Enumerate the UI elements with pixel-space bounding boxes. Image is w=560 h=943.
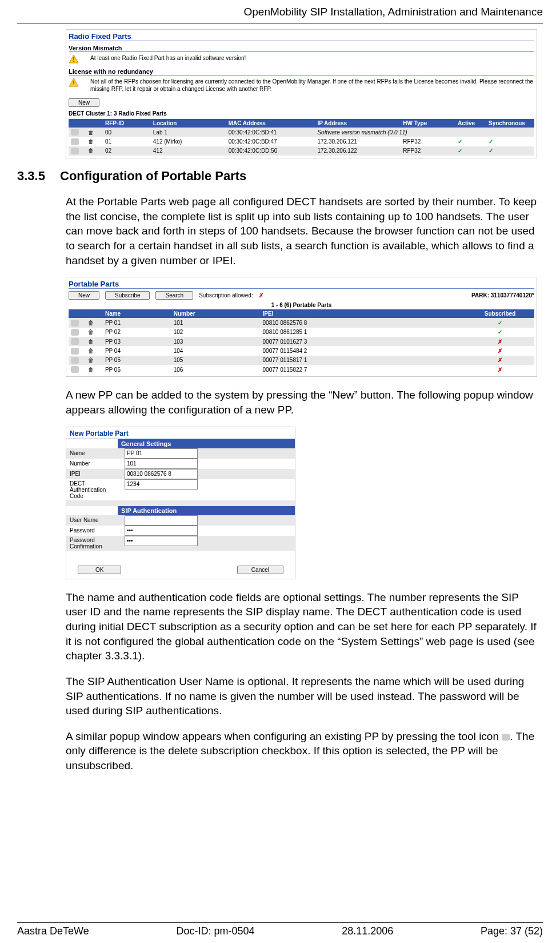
new-button[interactable]: New: [69, 291, 99, 300]
table-row: 🗑PP 0610600077 0115822 7✗: [69, 365, 534, 374]
ipei-field[interactable]: [125, 469, 198, 479]
delete-icon[interactable]: 🗑: [88, 329, 94, 335]
park-value: PARK: 3110377740120*: [471, 292, 534, 299]
svg-text:!: !: [73, 56, 75, 63]
subscription-allowed-icon: ✗: [259, 292, 263, 299]
new-button[interactable]: New: [69, 98, 99, 107]
col-ipei: IPEI: [261, 309, 466, 318]
footer-page: Page: 37 (52): [481, 925, 543, 937]
ipei-label: IPEI: [66, 469, 125, 478]
col-name: Name: [103, 309, 171, 318]
paragraph-5: A similar popup window appears when conf…: [66, 729, 537, 773]
table-row: 🗑 02 412 00:30:42:0C:DD:50 172.30.206.12…: [69, 146, 534, 156]
table-row: 🗑PP 0410400077 0115484 2✗: [69, 346, 534, 355]
subscribed-icon: ✓: [466, 318, 534, 327]
number-label: Number: [66, 459, 125, 468]
rfp-table: RFP-ID Location MAC Address IP Address H…: [69, 119, 534, 156]
table-row: 🗑PP 0310300077 0101627 3✗: [69, 337, 534, 346]
col-location: Location: [151, 119, 226, 128]
version-mismatch-heading: Version Mismatch: [69, 45, 534, 52]
table-row: 🗑 00 Lab 1 00:30:42:0C:BD:41 Software ve…: [69, 128, 534, 137]
table-row: 🗑PP 0510500077 0115817 1✗: [69, 356, 534, 365]
license-heading: License with no redundancy: [69, 68, 534, 75]
edit-icon[interactable]: [71, 338, 79, 345]
delete-icon[interactable]: 🗑: [88, 367, 94, 373]
sip-auth-head: SIP Authentication: [118, 506, 295, 515]
header-rule: [17, 23, 543, 23]
subscribed-icon: ✓: [466, 328, 534, 337]
edit-icon[interactable]: [71, 357, 79, 364]
rfp-screenshot: Radio Fixed Parts Version Mismatch ! At …: [66, 29, 537, 158]
delete-icon[interactable]: 🗑: [88, 348, 94, 354]
password-field[interactable]: [125, 526, 198, 536]
edit-icon[interactable]: [71, 138, 79, 145]
subscribe-button[interactable]: Subscribe: [105, 291, 150, 300]
subscribed-icon: ✗: [466, 365, 534, 374]
pp-title: Portable Parts: [69, 280, 534, 289]
edit-icon[interactable]: [71, 148, 79, 154]
username-label: User Name: [66, 516, 125, 524]
delete-icon[interactable]: 🗑: [88, 320, 94, 326]
warning-icon: !: [69, 54, 79, 63]
name-label: Name: [66, 449, 125, 457]
version-mismatch-text: At least one Radio Fixed Part has an inv…: [90, 54, 246, 62]
edit-icon[interactable]: [71, 366, 79, 373]
col-ip: IP Address: [315, 119, 401, 128]
delete-icon[interactable]: 🗑: [88, 138, 94, 145]
footer-date: 28.11.2006: [342, 925, 393, 937]
edit-icon[interactable]: [71, 129, 79, 136]
name-field[interactable]: [125, 448, 198, 459]
delete-icon[interactable]: 🗑: [88, 339, 94, 345]
search-button[interactable]: Search: [155, 291, 193, 300]
dect-field[interactable]: [125, 479, 198, 490]
license-text: Not all of the RFPs choosen for licensin…: [90, 78, 534, 93]
table-row: 🗑PP 0210200810 0861285 1✓: [69, 328, 534, 337]
ok-button[interactable]: OK: [78, 566, 121, 574]
edit-icon[interactable]: [71, 329, 79, 336]
col-rfp-id: RFP-ID: [103, 119, 151, 128]
page-footer: Aastra DeTeWe Doc-ID: pm-0504 28.11.2006…: [17, 918, 543, 937]
paragraph-1: At the Portable Parts web page all confi…: [66, 194, 537, 268]
edit-icon[interactable]: [71, 348, 79, 355]
cluster-line: DECT Cluster 1: 3 Radio Fixed Parts: [69, 110, 534, 117]
general-settings-head: General Settings: [118, 439, 295, 448]
paragraph-3: The name and authentication code fields …: [66, 590, 537, 663]
col-active: Active: [455, 119, 486, 128]
col-number: Number: [171, 309, 261, 318]
edit-icon[interactable]: [71, 320, 79, 327]
section-number: 3.3.5: [17, 169, 60, 184]
passconf-field[interactable]: [125, 536, 198, 546]
paragraph-4: The SIP Authentication User Name is opti…: [66, 674, 537, 718]
svg-text:!: !: [73, 79, 75, 86]
delete-icon[interactable]: 🗑: [88, 357, 94, 363]
username-field[interactable]: [125, 515, 198, 526]
edit-icon: [502, 734, 510, 741]
col-mac: MAC Address: [226, 119, 315, 128]
section-title: Configuration of Portable Parts: [60, 169, 246, 183]
pp-table: Name Number IPEI Subscribed 🗑PP 01101008…: [69, 309, 534, 374]
section-heading: 3.3.5Configuration of Portable Parts: [17, 169, 543, 184]
pp-screenshot: Portable Parts New Subscribe Search Subs…: [66, 277, 537, 377]
subscribed-icon: ✗: [466, 337, 534, 346]
cancel-button[interactable]: Cancel: [237, 566, 283, 574]
col-sync: Synchronous: [486, 119, 534, 128]
subscribed-icon: ✗: [466, 346, 534, 355]
delete-icon[interactable]: 🗑: [88, 129, 94, 136]
warning-icon: !: [69, 78, 79, 87]
table-row: 🗑PP 0110100810 0862576 8✓: [69, 318, 534, 327]
footer-company: Aastra DeTeWe: [17, 925, 89, 937]
footer-docid: Doc-ID: pm-0504: [176, 925, 254, 937]
number-field[interactable]: [125, 459, 198, 469]
passconf-label: Password Confirmation: [66, 536, 125, 551]
pp-list-header: 1 - 6 (6) Portable Parts: [69, 302, 534, 308]
paragraph-2: A new PP can be added to the system by p…: [66, 388, 537, 417]
new-pp-popup: New Portable Part General Settings Name …: [66, 427, 295, 579]
dect-label: DECT Authentication Code: [66, 479, 125, 500]
subscription-allowed-label: Subscription allowed:: [199, 292, 253, 299]
col-hw: HW Type: [401, 119, 455, 128]
subscribed-icon: ✗: [466, 356, 534, 365]
page-header-title: OpenMobility SIP Installation, Administr…: [17, 6, 543, 21]
col-subscribed: Subscribed: [466, 309, 534, 318]
rfp-title: Radio Fixed Parts: [69, 32, 534, 41]
delete-icon[interactable]: 🗑: [88, 148, 94, 154]
